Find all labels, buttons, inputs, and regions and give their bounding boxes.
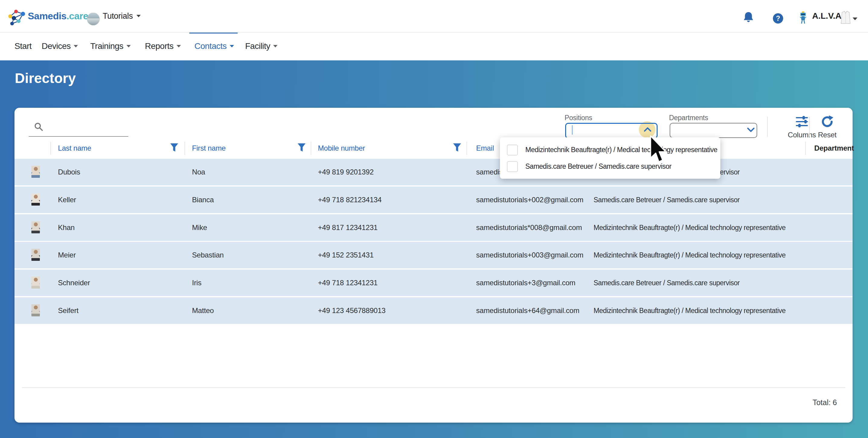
column-header-mobile[interactable]: Mobile number <box>318 144 365 152</box>
table-row[interactable]: Khan Mike +49 817 12341231 samedistutori… <box>14 214 852 241</box>
chevron-down-icon <box>126 45 131 48</box>
cell-email: samedistutorials+003@gmail.com <box>476 242 583 268</box>
workspace-avatar[interactable] <box>87 13 100 25</box>
workspace-menu[interactable]: Tutorials <box>103 0 141 32</box>
brand-name: Samedis <box>28 10 66 22</box>
nav-label: Start <box>14 41 32 51</box>
chevron-down-icon[interactable] <box>852 18 858 20</box>
main-nav: Start Devices Trainings Reports Contacts… <box>0 32 868 60</box>
toolbar-divider <box>767 117 768 137</box>
contact-photo <box>31 249 40 261</box>
brand-logo[interactable]: Samedis.care <box>28 0 88 32</box>
filter-funnel-icon[interactable] <box>298 143 306 153</box>
notifications-bell-icon[interactable] <box>743 11 753 24</box>
nav-item-start[interactable]: Start <box>14 32 32 60</box>
filter-funnel-icon[interactable] <box>170 143 179 153</box>
dropdown-option[interactable]: Samedis.care Betreuer / Samedis.care sup… <box>500 158 720 175</box>
positions-label: Positions <box>565 114 592 122</box>
chevron-down-icon[interactable] <box>746 126 755 135</box>
column-header-department: Department <box>814 144 854 152</box>
total-count: Total: 6 <box>812 398 837 407</box>
cell-first-name: Mike <box>192 214 207 241</box>
nav-label: Facility <box>245 41 270 51</box>
columns-label: Columns <box>788 131 816 139</box>
samedis-logo-icon <box>8 9 25 27</box>
footer-divider <box>22 387 845 388</box>
contact-photo <box>31 221 40 233</box>
table-row[interactable]: Schneider Iris +49 718 12341231 samedist… <box>14 270 852 296</box>
table-row[interactable]: Meier Sebastian +49 152 2351431 samedist… <box>14 242 852 268</box>
nav-item-devices[interactable]: Devices <box>42 32 78 60</box>
dropdown-option[interactable]: Medizintechnik Beauftragte(r) / Medical … <box>500 142 720 158</box>
cell-position: Medizintechnik Beauftragte(r) / Medical … <box>594 214 785 241</box>
table-row[interactable]: Seifert Matteo +49 123 4567889013 samedi… <box>14 297 852 324</box>
nav-label: Contacts <box>194 41 227 51</box>
departments-label: Departments <box>669 114 708 122</box>
column-header-first-name[interactable]: First name <box>192 144 225 152</box>
positions-dropdown: Medizintechnik Beauftragte(r) / Medical … <box>500 137 720 179</box>
cell-first-name: Iris <box>192 270 202 296</box>
cell-first-name: Noa <box>192 159 205 185</box>
columns-icon <box>796 116 808 129</box>
chevron-up-icon[interactable] <box>643 126 652 135</box>
table-row[interactable]: Keller Bianca +49 718 821234134 samedist… <box>14 187 852 213</box>
reset-icon <box>821 116 834 129</box>
nav-label: Trainings <box>90 41 123 51</box>
text-cursor <box>572 125 573 135</box>
option-label: Medizintechnik Beauftragte(r) / Medical … <box>525 146 717 154</box>
search-icon <box>34 122 43 132</box>
nav-label: Devices <box>42 41 71 51</box>
nav-item-reports[interactable]: Reports <box>145 32 181 60</box>
cell-first-name: Matteo <box>192 297 214 324</box>
column-header-last-name[interactable]: Last name <box>58 144 91 152</box>
lab-coat-icon <box>840 11 851 25</box>
cell-first-name: Bianca <box>192 187 214 213</box>
cell-last-name: Keller <box>58 187 76 213</box>
column-header-email[interactable]: Email <box>476 144 494 152</box>
search-input[interactable] <box>46 122 126 135</box>
app-bar: Samedis.care Tutorials ? <box>0 0 868 33</box>
nav-item-contacts[interactable]: Contacts <box>194 32 234 60</box>
help-icon[interactable]: ? <box>773 13 783 24</box>
column-divider <box>51 142 51 155</box>
assistant-robot-icon[interactable] <box>799 11 807 25</box>
nav-label: Reports <box>145 41 174 51</box>
mouse-cursor <box>649 135 668 165</box>
search-box[interactable] <box>29 120 128 137</box>
cell-mobile: +49 819 9201392 <box>318 159 374 185</box>
reset-button[interactable]: Reset <box>812 116 842 139</box>
column-divider <box>311 142 311 155</box>
cell-position: Samedis.care Betreuer / Samedis.care sup… <box>594 270 740 296</box>
cell-email: samedistutorials+002@gmail.com <box>476 187 583 213</box>
reset-label: Reset <box>818 131 837 139</box>
chevron-down-icon <box>230 45 234 48</box>
checkbox[interactable] <box>507 145 518 155</box>
column-divider <box>466 142 467 155</box>
cell-mobile: +49 718 821234134 <box>318 187 382 213</box>
nav-item-trainings[interactable]: Trainings <box>90 32 131 60</box>
directory-card: Positions Departments <box>14 108 852 423</box>
chevron-down-icon <box>177 45 181 48</box>
chevron-down-icon <box>136 15 141 17</box>
contact-photo <box>31 304 40 316</box>
cell-last-name: Schneider <box>58 270 90 296</box>
chevron-down-icon <box>74 45 78 48</box>
cell-position: Medizintechnik Beauftragte(r) / Medical … <box>594 242 785 268</box>
cell-position: Medizintechnik Beauftragte(r) / Medical … <box>594 297 785 324</box>
workspace-label: Tutorials <box>103 11 133 21</box>
contact-photo <box>31 166 40 178</box>
contact-photo <box>31 277 40 289</box>
page-title: Directory <box>15 70 76 86</box>
column-divider <box>805 142 806 155</box>
table-row[interactable]: Dubois Noa +49 819 9201392 samedist Same… <box>14 159 852 185</box>
cell-last-name: Meier <box>58 242 76 268</box>
checkbox[interactable] <box>507 161 518 172</box>
cell-last-name: Seifert <box>58 297 79 324</box>
filter-funnel-icon[interactable] <box>453 143 461 153</box>
cell-mobile: +49 123 4567889013 <box>318 297 385 324</box>
departments-combobox[interactable] <box>670 123 757 138</box>
cell-email: samedistutorials*008@gmail.com <box>476 214 582 241</box>
cell-last-name: Dubois <box>58 159 80 185</box>
nav-item-facility[interactable]: Facility <box>245 32 277 60</box>
user-name[interactable]: A.L.V.A. <box>812 0 844 32</box>
